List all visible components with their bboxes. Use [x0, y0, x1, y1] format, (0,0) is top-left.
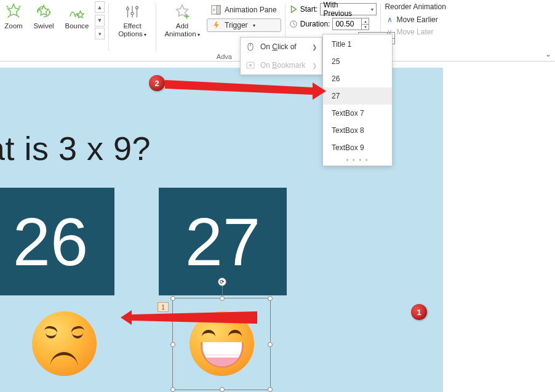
- callout-arrow-2: [165, 76, 337, 107]
- object-item[interactable]: TextBox 9: [323, 139, 392, 156]
- trigger-icon: [212, 21, 221, 30]
- chevron-down-icon: ▾: [253, 23, 255, 28]
- start-value: With Previous: [323, 1, 369, 18]
- svg-rect-9: [217, 6, 220, 14]
- on-bookmark-item: On Bookmark ❯: [241, 56, 322, 74]
- move-later-label: Move Later: [396, 28, 433, 36]
- anim-bounce-label: Bounce: [65, 22, 89, 30]
- chevron-down-icon: ▾: [371, 7, 373, 12]
- start-label: Start:: [300, 5, 318, 14]
- trigger-submenu: On Click of ❯ On Bookmark ❯: [240, 37, 322, 75]
- anim-zoom[interactable]: Zoom: [0, 1, 27, 30]
- slide-title[interactable]: at is 3 x 9?: [0, 129, 151, 167]
- spin-down[interactable]: ▼: [361, 24, 369, 30]
- on-bookmark-label: On Bookmark: [260, 61, 305, 70]
- svg-point-5: [136, 7, 138, 9]
- animation-pane-button[interactable]: Animation Pane: [207, 2, 281, 17]
- callout-2-number: 2: [149, 75, 165, 91]
- chevron-right-icon: ❯: [312, 62, 317, 69]
- resize-handle[interactable]: [170, 296, 175, 301]
- duration-icon: [289, 20, 298, 28]
- resize-handle[interactable]: [268, 296, 273, 301]
- anim-swivel[interactable]: Swivel: [27, 1, 60, 30]
- object-item[interactable]: TextBox 7: [323, 105, 392, 122]
- svg-marker-16: [165, 80, 326, 100]
- object-item[interactable]: 25: [323, 53, 392, 70]
- duration-field: Duration: ▲▼: [289, 17, 377, 31]
- animation-pane-label: Animation Pane: [225, 6, 277, 14]
- anim-bounce[interactable]: Bounce: [60, 1, 94, 30]
- reorder-title: Reorder Animation: [385, 2, 445, 11]
- chevron-right-icon: ❯: [312, 44, 317, 50]
- trigger-button[interactable]: Trigger ▾: [207, 18, 281, 32]
- gallery-scroll: ▲ ▼ ▾: [95, 1, 105, 39]
- mouse-icon: [246, 42, 255, 52]
- object-list-more[interactable]: ▪ ▪ ▪ ▪: [323, 156, 392, 164]
- resize-handle[interactable]: [220, 296, 225, 301]
- move-earlier-button[interactable]: ∧ Move Earlier: [385, 14, 437, 26]
- effect-options-icon: [123, 2, 142, 21]
- svg-point-3: [127, 7, 129, 10]
- trigger-label: Trigger: [225, 21, 248, 30]
- duration-label: Duration:: [300, 20, 330, 28]
- resize-handle[interactable]: [170, 387, 175, 392]
- zoom-star-icon: [4, 2, 23, 21]
- gallery-more[interactable]: ▾: [95, 28, 105, 39]
- callout-1: 1: [274, 304, 427, 320]
- add-animation-icon: [173, 2, 191, 21]
- start-field: Start: With Previous ▾: [289, 2, 377, 16]
- animation-pane-icon: [211, 5, 221, 15]
- move-earlier-label: Move Earlier: [396, 15, 437, 24]
- callout-1-number: 1: [411, 304, 427, 320]
- on-click-of-label: On Click of: [260, 42, 297, 51]
- svg-point-4: [131, 12, 134, 15]
- ribbon-collapse-button[interactable]: ⌄: [545, 50, 551, 58]
- duration-input[interactable]: [333, 20, 361, 28]
- bookmark-icon: [246, 60, 255, 70]
- svg-marker-15: [121, 310, 257, 325]
- rotate-handle[interactable]: ⟳: [218, 278, 226, 286]
- resize-handle[interactable]: [170, 342, 175, 347]
- callout-2: 2: [149, 75, 165, 91]
- start-combo[interactable]: With Previous ▾: [320, 3, 377, 15]
- spin-up[interactable]: ▲: [361, 18, 369, 24]
- answer-card-27-text: 27: [185, 202, 260, 281]
- resize-handle[interactable]: [268, 342, 273, 347]
- arrow-up-icon: ∧: [387, 15, 393, 24]
- swivel-star-icon: [34, 2, 53, 21]
- duration-spinner[interactable]: ▲▼: [332, 18, 369, 30]
- gallery-down[interactable]: ▼: [95, 15, 105, 26]
- callout-arrow-1: [121, 305, 281, 336]
- sad-emoji[interactable]: [32, 311, 97, 376]
- anim-zoom-label: Zoom: [4, 22, 22, 30]
- add-animation-button[interactable]: Add Animation▾: [160, 1, 204, 38]
- answer-card-26-text: 26: [13, 202, 88, 281]
- anim-swivel-label: Swivel: [33, 22, 54, 30]
- effect-options-label: Effect Options▾: [118, 22, 146, 38]
- add-animation-label: Add Animation▾: [164, 22, 199, 38]
- effect-options-button[interactable]: Effect Options▾: [113, 1, 152, 38]
- object-item[interactable]: TextBox 8: [323, 122, 392, 139]
- on-click-of-item[interactable]: On Click of ❯: [241, 38, 322, 56]
- gallery-up[interactable]: ▲: [95, 1, 105, 13]
- bounce-star-icon: [68, 2, 86, 21]
- resize-handle[interactable]: [268, 387, 273, 392]
- resize-handle[interactable]: [220, 387, 225, 392]
- object-item[interactable]: Title 1: [323, 36, 392, 53]
- start-icon: [289, 5, 298, 14]
- svg-point-14: [249, 64, 252, 66]
- answer-card-26[interactable]: 26: [0, 188, 114, 295]
